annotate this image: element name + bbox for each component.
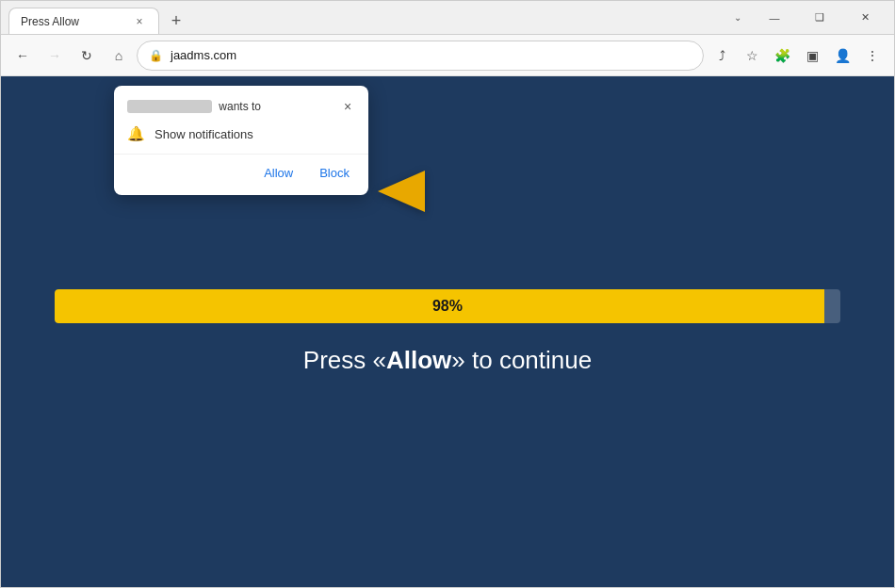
forward-button[interactable]: → xyxy=(41,41,69,70)
star-icon: ☆ xyxy=(746,48,758,63)
minimize-button[interactable]: — xyxy=(753,4,796,32)
back-button[interactable]: ← xyxy=(8,41,37,70)
popup-header: wants to × xyxy=(114,86,368,122)
active-tab[interactable]: Press Allow × xyxy=(8,8,159,34)
popup-notification-text: Show notifications xyxy=(155,127,253,141)
back-icon: ← xyxy=(16,48,29,63)
account-button[interactable]: 👤 xyxy=(828,41,856,70)
maximize-button[interactable]: ❑ xyxy=(798,4,841,32)
chevron-down-icon: ⌄ xyxy=(734,12,741,23)
url-text: jaadms.com xyxy=(171,48,236,62)
share-icon: ⤴ xyxy=(719,48,725,63)
popup-notification-row: 🔔 Show notifications xyxy=(114,122,368,154)
maximize-icon: ❑ xyxy=(815,11,824,24)
sidebar-icon: ▣ xyxy=(806,48,819,63)
tab-title: Press Allow xyxy=(21,15,124,28)
progress-label: 98% xyxy=(432,298,463,315)
block-button[interactable]: Block xyxy=(314,162,355,184)
account-icon: 👤 xyxy=(835,48,851,63)
browser-window: Press Allow × + ⌄ — ❑ ✕ ← → xyxy=(0,0,895,588)
popup-wants-to-text: wants to xyxy=(219,100,261,113)
popup-close-button[interactable]: × xyxy=(338,97,357,116)
tab-strip-menu-button[interactable]: ⌄ xyxy=(724,5,751,31)
home-button[interactable]: ⌂ xyxy=(105,41,133,70)
close-icon: ✕ xyxy=(861,11,870,24)
instruction-allow-bold: Allow xyxy=(386,346,451,374)
tab-bar: Press Allow × + xyxy=(8,1,724,34)
minimize-icon: — xyxy=(770,12,780,24)
window-controls: ⌄ — ❑ ✕ xyxy=(724,4,887,32)
refresh-button[interactable]: ↻ xyxy=(73,41,101,70)
toolbar-right: ⤴ ☆ 🧩 ▣ 👤 ⋮ xyxy=(708,41,887,70)
forward-icon: → xyxy=(48,48,61,63)
close-button[interactable]: ✕ xyxy=(843,4,887,32)
notification-popup: wants to × 🔔 Show notifications Allow Bl… xyxy=(114,86,368,195)
extension-icon: 🧩 xyxy=(774,48,790,63)
menu-button[interactable]: ⋮ xyxy=(858,41,887,70)
home-icon: ⌂ xyxy=(115,48,122,63)
left-arrow-icon xyxy=(378,171,425,212)
popup-site: wants to xyxy=(127,100,261,114)
lock-icon: 🔒 xyxy=(149,49,163,62)
new-tab-button[interactable]: + xyxy=(163,8,189,34)
extensions-button[interactable]: 🧩 xyxy=(768,41,796,70)
page-content: wants to × 🔔 Show notifications Allow Bl… xyxy=(1,76,894,587)
arrow-indicator xyxy=(378,171,425,212)
sidebar-button[interactable]: ▣ xyxy=(798,41,826,70)
menu-icon: ⋮ xyxy=(866,48,879,63)
title-bar: Press Allow × + ⌄ — ❑ ✕ xyxy=(1,1,894,35)
popup-site-blurred xyxy=(127,100,212,113)
popup-actions: Allow Block xyxy=(114,154,368,195)
navigation-bar: ← → ↻ ⌂ 🔒 jaadms.com ⤴ ☆ 🧩 ▣ xyxy=(1,35,894,76)
bookmark-button[interactable]: ☆ xyxy=(738,41,766,70)
instruction-text: Press «Allow» to continue xyxy=(303,346,592,375)
tab-close-button[interactable]: × xyxy=(132,14,147,29)
allow-button[interactable]: Allow xyxy=(258,162,299,184)
refresh-icon: ↻ xyxy=(81,48,92,63)
share-button[interactable]: ⤴ xyxy=(708,41,736,70)
bell-icon: 🔔 xyxy=(127,125,145,142)
progress-bar-container: 98% xyxy=(55,289,840,323)
address-bar[interactable]: 🔒 jaadms.com xyxy=(137,41,704,71)
